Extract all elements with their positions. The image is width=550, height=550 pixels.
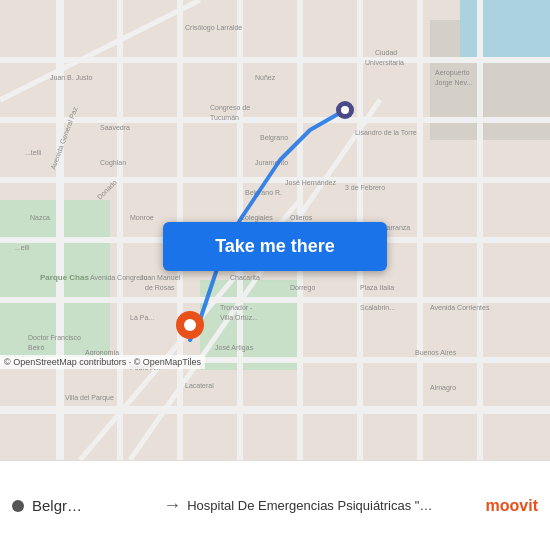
- svg-text:Beiró: Beiró: [28, 344, 44, 351]
- svg-text:Lacateral: Lacateral: [185, 382, 214, 389]
- from-dot: [12, 500, 24, 512]
- svg-point-74: [341, 106, 349, 114]
- bottom-bar: Belgr… → Hospital De Emergencias Psiquiá…: [0, 460, 550, 550]
- svg-text:Lisandro de la Torre: Lisandro de la Torre: [355, 129, 417, 136]
- map-container: Avenida General Paz Donado Avenida Congr…: [0, 0, 550, 460]
- svg-text:Jorge Nev...: Jorge Nev...: [435, 79, 472, 87]
- svg-text:Nazca: Nazca: [30, 214, 50, 221]
- svg-text:Crisólogo Larralde: Crisólogo Larralde: [185, 24, 242, 32]
- svg-text:Universitaria: Universitaria: [365, 59, 404, 66]
- svg-text:Dorrego: Dorrego: [290, 284, 315, 292]
- svg-text:...telli: ...telli: [25, 149, 42, 156]
- moovit-logo: moovit: [486, 497, 538, 515]
- svg-text:Scalabrin...: Scalabrin...: [360, 304, 395, 311]
- svg-text:La Pa...: La Pa...: [130, 314, 154, 321]
- map-attribution: © OpenStreetMap contributors · © OpenMap…: [0, 355, 205, 369]
- svg-text:Villa del Parque: Villa del Parque: [65, 394, 114, 402]
- take-me-there-button[interactable]: Take me there: [163, 222, 387, 271]
- svg-text:3 de Febrero: 3 de Febrero: [345, 184, 385, 191]
- svg-text:Avenida Corrientes: Avenida Corrientes: [430, 304, 490, 311]
- svg-point-72: [184, 319, 196, 331]
- to-label: Hospital De Emergencias Psiquiátricas "…: [187, 498, 477, 513]
- to-section: Hospital De Emergencias Psiquiátricas "…: [187, 498, 477, 513]
- svg-text:Juan B. Justo: Juan B. Justo: [50, 74, 93, 81]
- svg-text:Buenos Aires: Buenos Aires: [415, 349, 457, 356]
- svg-text:Congreso de: Congreso de: [210, 104, 250, 112]
- svg-text:Villa Ortúz...: Villa Ortúz...: [220, 314, 258, 321]
- svg-text:Tronador -: Tronador -: [220, 304, 253, 311]
- svg-text:Olleros: Olleros: [290, 214, 313, 221]
- svg-text:...elli: ...elli: [15, 244, 30, 251]
- svg-text:Belgrano R.: Belgrano R.: [245, 189, 282, 197]
- svg-text:Saavedra: Saavedra: [100, 124, 130, 131]
- svg-text:Almagro: Almagro: [430, 384, 456, 392]
- svg-text:Tucumán: Tucumán: [210, 114, 239, 121]
- svg-text:Doctor Francisco: Doctor Francisco: [28, 334, 81, 341]
- svg-text:Núñez: Núñez: [255, 74, 276, 81]
- svg-text:José Artigas: José Artigas: [215, 344, 254, 352]
- svg-text:Chacarita: Chacarita: [230, 274, 260, 281]
- svg-rect-2: [200, 280, 300, 370]
- moovit-logo-text: moovit: [486, 497, 538, 515]
- svg-text:Monroe: Monroe: [130, 214, 154, 221]
- svg-text:de Rosas: de Rosas: [145, 284, 175, 291]
- arrow-icon: →: [163, 495, 181, 516]
- svg-text:Aeropuerto: Aeropuerto: [435, 69, 470, 77]
- svg-text:Parque Chas: Parque Chas: [40, 273, 89, 282]
- from-section: Belgr…: [12, 497, 157, 514]
- svg-text:Coghlan: Coghlan: [100, 159, 126, 167]
- svg-text:Ciudad: Ciudad: [375, 49, 397, 56]
- svg-text:José Hernández: José Hernández: [285, 179, 336, 186]
- svg-text:Juramento: Juramento: [255, 159, 288, 166]
- svg-text:Belgrano: Belgrano: [260, 134, 288, 142]
- svg-text:Avenida Congreso: Avenida Congreso: [90, 274, 148, 282]
- svg-rect-4: [460, 0, 550, 60]
- from-label: Belgr…: [32, 497, 82, 514]
- svg-text:Plaza Italia: Plaza Italia: [360, 284, 394, 291]
- svg-text:Juan Manuel: Juan Manuel: [140, 274, 181, 281]
